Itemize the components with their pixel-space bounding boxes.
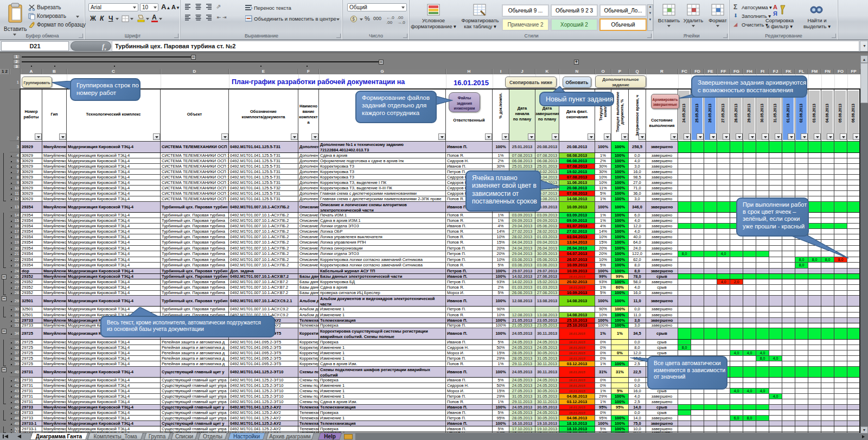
svg-text:Я: Я (773, 10, 777, 16)
svg-text:$: $ (352, 16, 355, 22)
svg-text:А: А (773, 4, 777, 10)
